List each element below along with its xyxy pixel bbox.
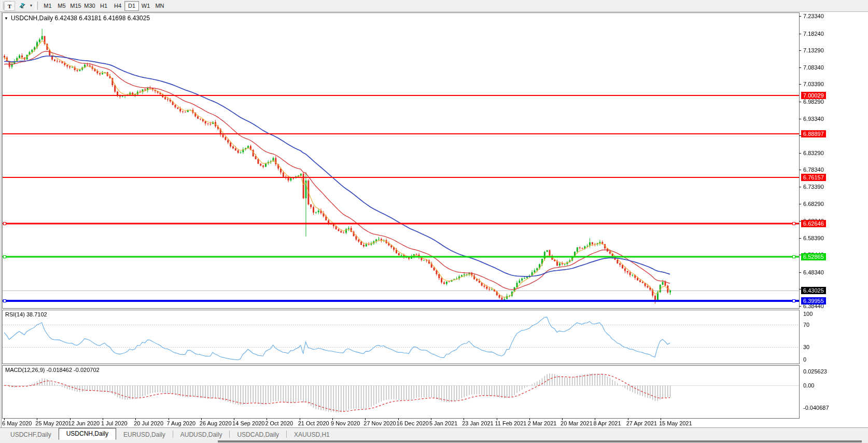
rsi-axis-label: 70 [803,322,809,328]
hline-price-label: 6.88897 [801,130,826,137]
date-axis-label: 5 Jan 2021 [429,420,457,426]
text-tool-button[interactable]: T [4,1,15,11]
macd-indicator-label: MACD(12,26,9) -0.018462 -0.020702 [5,367,100,373]
timeframe-m15[interactable]: M15 [68,1,83,11]
date-axis-label: 11 Feb 2021 [495,420,527,426]
tab-xauusd-h1[interactable]: XAUUSD,H1 [287,430,337,440]
price-axis-tick-label: 7.03390 [803,81,824,87]
timeframe-h4[interactable]: H4 [110,1,125,11]
tab-audusd-daily[interactable]: AUDUSD,Daily [173,430,230,440]
hline-price-label: 6.39955 [801,297,826,304]
hline-price-label: 6.76157 [801,174,826,181]
toolbar-grip[interactable] [35,2,38,10]
date-axis-label: 27 Nov 2020 [363,420,396,426]
date-axis-label: 26 Aug 2020 [200,420,232,426]
rsi-indicator-label: RSI(14) 38.7102 [5,311,47,317]
date-axis-label: 25 May 2020 [35,420,68,426]
chart-title-text: USDCNH,Daily 6.42438 6.43181 6.41698 6.4… [11,15,150,22]
date-axis-label: 27 Apr 2021 [626,420,657,426]
scrollbar-thumb[interactable] [218,440,862,442]
rsi-axis-label: 30 [803,344,809,350]
date-axis-label: 9 Nov 2020 [331,420,360,426]
date-axis-label: 23 Jan 2021 [462,420,494,426]
date-axis-label: 1 Jul 2020 [101,420,128,426]
timeframe-mn[interactable]: MN [152,1,167,11]
chart-canvas[interactable] [0,0,868,443]
price-axis-tick-label: 6.98290 [803,99,824,105]
date-axis-label: 21 Oct 2020 [298,420,329,426]
chart-dropdown-icon[interactable]: ▼ [4,16,8,21]
chart-tab-bar: USDCHF,DailyUSDCNH,DailyEURUSD,DailyAUDU… [0,427,868,440]
dropdown-arrow-icon[interactable]: ▾ [29,1,34,10]
tab-eurusd-daily[interactable]: EURUSD,Daily [116,430,173,440]
cycle-symbols-icon[interactable] [17,1,27,10]
price-axis-tick-label: 6.73390 [803,184,824,190]
hline-price-label: 6.52865 [801,253,826,260]
date-axis-label: 2 Mar 2021 [528,420,557,426]
date-axis-label: 14 Sep 2020 [232,420,264,426]
date-axis-label: 7 Aug 2020 [167,420,196,426]
price-axis-tick-label: 7.23340 [803,13,824,19]
date-axis-label: 15 May 2021 [659,420,692,426]
price-axis-tick-label: 7.18240 [803,31,824,37]
price-axis-tick-label: 6.58390 [803,235,824,241]
timeframe-h1[interactable]: H1 [96,1,111,11]
date-axis-label: 6 May 2020 [2,420,32,426]
horizontal-scrollbar[interactable] [0,440,868,443]
price-axis-tick-label: 6.83290 [803,150,824,156]
date-axis-label: 12 Jun 2020 [68,420,100,426]
tab-usdchf-daily[interactable]: USDCHF,Daily [3,430,59,440]
tab-usdcad-daily[interactable]: USDCAD,Daily [230,430,286,440]
timeframe-w1[interactable]: W1 [138,1,153,11]
date-axis-label: 16 Dec 2020 [397,420,429,426]
rsi-axis-label: 0 [803,356,806,363]
chart-title: ▼ USDCNH,Daily 6.42438 6.43181 6.41698 6… [4,15,150,22]
rsi-axis-label: 100 [803,311,813,317]
timeframe-m1[interactable]: M1 [40,1,55,11]
tab-usdcnh-daily[interactable]: USDCNH,Daily [59,428,116,440]
macd-axis-label: 0.00 [803,382,814,389]
macd-axis-label: -0.040687 [803,405,829,411]
price-axis-tick-label: 6.93340 [803,116,824,122]
price-axis-tick-label: 7.13290 [803,47,824,53]
current-price-label: 6.43025 [801,287,826,294]
timeframe-d1[interactable]: D1 [124,1,139,11]
timeframe-m5[interactable]: M5 [54,1,69,11]
toolbar: T ▾ M1M5M15M30H1H4D1W1MN [0,0,868,12]
price-axis-tick-label: 6.48340 [803,269,824,275]
date-axis-label: 20 Mar 2021 [561,420,593,426]
hline-price-label: 6.62646 [801,220,826,227]
timeframe-m30[interactable]: M30 [82,1,97,11]
date-axis-label: 8 Apr 2021 [593,420,621,426]
price-axis-tick-label: 6.68290 [803,201,824,207]
price-axis-tick-label: 7.08340 [803,64,824,71]
date-axis-label: 20 Jul 2020 [134,420,163,426]
toolbar-grip[interactable] [1,2,4,10]
date-axis-label: 2 Oct 2020 [265,420,293,426]
mt4-terminal: { "toolbar": { "tools": [ {"name": "text… [0,0,868,443]
hline-price-label: 7.00029 [801,92,826,99]
price-axis-tick-label: 6.78340 [803,167,824,173]
macd-axis-label: 0.025623 [803,368,827,375]
